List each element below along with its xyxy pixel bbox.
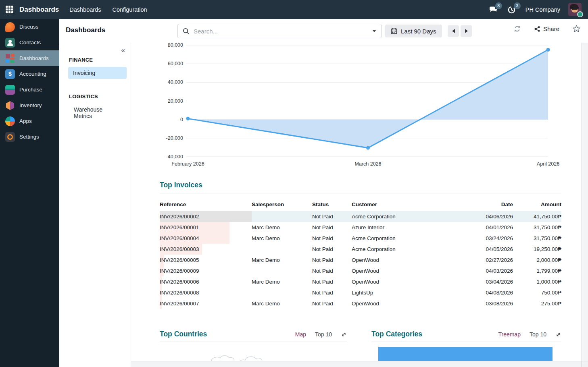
invoice-customer: Acme Corporation	[352, 211, 457, 222]
search-box[interactable]	[177, 24, 382, 38]
invoice-row[interactable]: INV/2026/00009Not PaidOpenWood04/03/2026…	[160, 265, 561, 276]
invoice-salesperson: Marc Demo	[252, 222, 312, 233]
search-input[interactable]	[194, 28, 372, 35]
invoice-reference[interactable]: INV/2026/00008	[160, 287, 252, 298]
invoice-salesperson: Marc Demo	[252, 233, 312, 244]
sidebar-item-label: Dashboards	[19, 55, 49, 61]
panel-section-logistics: LOGISTICS	[69, 93, 131, 100]
date-range-button[interactable]: Last 90 Days	[385, 25, 442, 37]
panel-item-warehouse-metrics[interactable]: Warehouse Metrics	[69, 104, 127, 122]
calendar-icon	[391, 28, 397, 34]
invoice-row[interactable]: INV/2026/00004Marc DemoNot PaidAcme Corp…	[160, 233, 561, 244]
menu-dashboards[interactable]: Dashboards	[69, 6, 101, 13]
panel-item-invoicing[interactable]: Invoicing	[68, 67, 127, 79]
sidebar-item-apps[interactable]: Apps	[0, 113, 59, 129]
invoice-amount: 31,750.00₱	[513, 233, 561, 244]
countries-top10-toggle[interactable]: Top 10	[315, 331, 332, 338]
invoice-amount: 2,000.00₱	[513, 255, 561, 265]
categories-expand-icon[interactable]	[555, 332, 561, 338]
user-avatar[interactable]	[568, 3, 582, 16]
invoice-customer: Acme Corporation	[352, 233, 457, 244]
col-date[interactable]: Date	[457, 200, 513, 211]
invoice-row[interactable]: INV/2026/00003Not PaidAcme Corporation04…	[160, 244, 561, 255]
invoice-salesperson	[252, 244, 312, 255]
activities-count-badge: 3	[514, 2, 521, 9]
vertical-scrollbar[interactable]	[581, 43, 588, 361]
top-invoices-title: Top Invoices	[160, 181, 561, 189]
sidebar-item-discuss[interactable]: Discuss	[0, 19, 59, 35]
app-window: Dashboards Dashboards Configuration 8 3 …	[0, 0, 588, 367]
apps-menu-icon[interactable]	[6, 6, 13, 13]
countries-expand-icon[interactable]	[341, 332, 347, 338]
horizontal-scrollbar[interactable]	[131, 361, 581, 367]
activities-button[interactable]: 3	[507, 5, 517, 15]
sidebar-item-accounting[interactable]: $ Accounting	[0, 66, 59, 82]
invoice-customer: OpenWood	[352, 298, 457, 309]
invoice-customer: Azure Interior	[352, 222, 457, 233]
svg-text:March 2026: March 2026	[354, 161, 381, 167]
invoice-status: Not Paid	[312, 222, 352, 233]
favorite-star-icon[interactable]	[572, 25, 581, 33]
col-amount[interactable]: Amount	[513, 200, 561, 211]
invoice-reference[interactable]: INV/2026/00001	[160, 222, 252, 233]
invoice-amount: 19,250.00₱	[513, 244, 561, 255]
sidebar-item-dashboards[interactable]: Dashboards	[0, 50, 59, 66]
share-button[interactable]: Share	[534, 25, 559, 32]
col-reference[interactable]: Reference	[160, 200, 252, 211]
invoicing-area-chart[interactable]: 80,00060,00040,00020,0000-20,000-40,000F…	[131, 43, 581, 169]
invoice-reference[interactable]: INV/2026/00007	[160, 298, 252, 309]
invoice-status: Not Paid	[312, 287, 352, 298]
invoice-row[interactable]: INV/2026/00005Marc DemoNot PaidOpenWood0…	[160, 255, 561, 265]
company-name[interactable]: PH Company	[525, 6, 560, 13]
invoice-reference[interactable]: INV/2026/00003	[160, 244, 252, 255]
scrollbar-corner	[581, 361, 588, 367]
col-status[interactable]: Status	[312, 200, 352, 211]
invoice-row[interactable]: INV/2026/00001Marc DemoNot PaidAzure Int…	[160, 222, 561, 233]
avatar-glasses	[572, 8, 578, 10]
invoice-reference[interactable]: INV/2026/00002	[160, 211, 252, 222]
previous-period-button[interactable]	[448, 25, 459, 37]
invoice-reference[interactable]: INV/2026/00006	[160, 276, 252, 287]
invoice-row[interactable]: INV/2026/00007Marc DemoNot PaidOpenWood0…	[160, 298, 561, 309]
invoice-reference[interactable]: INV/2026/00009	[160, 265, 252, 276]
sidebar-item-contacts[interactable]: Contacts	[0, 35, 59, 50]
next-period-button[interactable]	[461, 25, 472, 37]
breadcrumb[interactable]: Dashboards	[66, 26, 105, 34]
search-icon	[183, 28, 190, 35]
invoice-amount: 750.00₱	[513, 287, 561, 298]
top-navbar: Dashboards Dashboards Configuration 8 3 …	[0, 0, 588, 19]
app-sidebar: Discuss Contacts Dashboards $ Accounting…	[0, 19, 59, 367]
invoice-customer: OpenWood	[352, 276, 457, 287]
sidebar-item-inventory[interactable]: Inventory	[0, 97, 59, 113]
invoice-date: 04/01/2026	[457, 222, 513, 233]
menu-configuration[interactable]: Configuration	[112, 6, 147, 13]
invoice-date: 04/05/2026	[457, 244, 513, 255]
collapse-panel-icon[interactable]: «	[121, 46, 125, 54]
col-customer[interactable]: Customer	[352, 200, 457, 211]
search-dropdown-caret-icon[interactable]	[372, 30, 376, 32]
sidebar-item-settings[interactable]: Settings	[0, 129, 59, 145]
invoice-row[interactable]: INV/2026/00006Marc DemoNot PaidOpenWood0…	[160, 276, 561, 287]
countries-map-toggle[interactable]: Map	[295, 331, 306, 338]
sidebar-item-purchase[interactable]: Purchase	[0, 82, 59, 97]
categories-treemap-toggle[interactable]: Treemap	[498, 331, 521, 338]
refresh-icon[interactable]	[513, 25, 521, 33]
countries-map-preview[interactable]	[160, 348, 347, 361]
invoice-amount: 41,750.00₱	[513, 211, 561, 222]
invoice-status: Not Paid	[312, 244, 352, 255]
invoice-reference[interactable]: INV/2026/00004	[160, 233, 252, 244]
categories-top10-toggle[interactable]: Top 10	[530, 331, 546, 338]
messages-button[interactable]: 8	[488, 5, 499, 15]
col-salesperson[interactable]: Salesperson	[252, 200, 312, 211]
svg-text:40,000: 40,000	[168, 79, 183, 85]
messages-count-badge: 8	[495, 2, 502, 9]
invoice-reference[interactable]: INV/2026/00005	[160, 255, 252, 265]
invoice-row[interactable]: INV/2026/00002Not PaidAcme Corporation04…	[160, 211, 561, 222]
app-title[interactable]: Dashboards	[19, 6, 59, 14]
date-range-label: Last 90 Days	[401, 28, 436, 35]
categories-treemap-preview[interactable]	[378, 347, 553, 361]
invoice-date: 03/24/2026	[457, 233, 513, 244]
invoice-date: 03/08/2026	[457, 298, 513, 309]
invoice-row[interactable]: INV/2026/00008Not PaidLightsUp04/08/2026…	[160, 287, 561, 298]
dashboards-icon	[5, 54, 15, 63]
